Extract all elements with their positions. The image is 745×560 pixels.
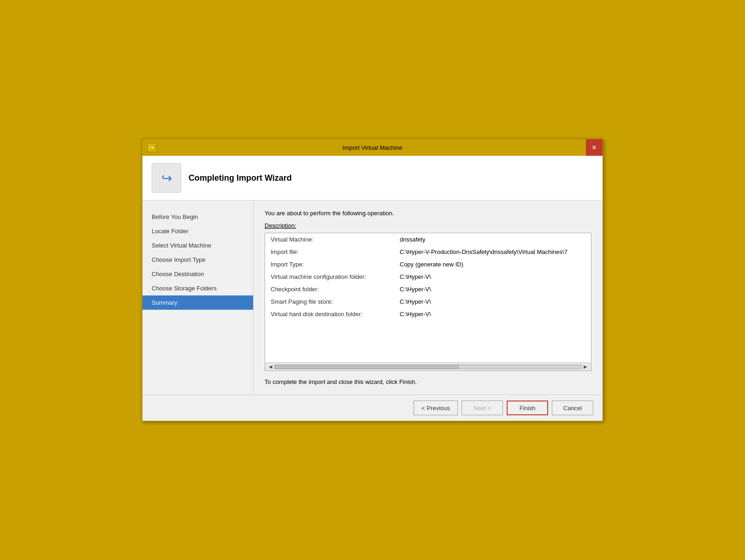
scroll-right-arrow[interactable]: ▶ (584, 364, 587, 369)
table-row: Import Type: Copy (generate new ID) (265, 258, 591, 271)
row-label: Smart Paging file store: (265, 295, 394, 308)
row-value: dnssafety (394, 233, 591, 246)
sidebar-item-summary[interactable]: Summary (142, 295, 253, 310)
row-value: C:\Hyper-V-Production-DnsSafety\dnssafet… (394, 246, 591, 258)
finish-button[interactable]: Finish (507, 401, 548, 415)
sidebar-item-select-vm[interactable]: Select Virtual Machine (142, 238, 253, 253)
previous-button[interactable]: < Previous (414, 401, 458, 415)
close-button[interactable]: ✕ (586, 139, 603, 156)
scroll-track[interactable] (274, 365, 582, 369)
window-title: Import Virtual Machine (343, 144, 402, 151)
title-bar-icon: ↪ (147, 143, 156, 152)
cancel-button[interactable]: Cancel (552, 401, 593, 415)
main-content-area: You are about to perform the following o… (253, 200, 603, 395)
summary-table: Virtual Machine: dnssafety Import file: … (265, 233, 591, 320)
content-area: Before You Begin Locate Folder Select Vi… (142, 200, 603, 395)
row-label: Virtual hard disk destination folder: (265, 308, 394, 320)
horizontal-scrollbar[interactable]: ◀ ▶ (265, 362, 591, 371)
table-row: Virtual Machine: dnssafety (265, 233, 591, 246)
summary-table-container: Virtual Machine: dnssafety Import file: … (265, 233, 591, 371)
row-value: C:\Hyper-V\ (394, 271, 591, 283)
scroll-thumb[interactable] (275, 365, 459, 369)
summary-table-scroll[interactable]: Virtual Machine: dnssafety Import file: … (265, 233, 591, 362)
finish-instruction-text: To complete the import and close this wi… (265, 378, 591, 385)
row-value: C:\Hyper-V\ (394, 295, 591, 308)
wizard-icon: ↪ (152, 163, 181, 193)
main-window: ↪ Import Virtual Machine ✕ ↪ Completing … (142, 139, 603, 421)
intro-text: You are about to perform the following o… (265, 210, 591, 217)
header-section: ↪ Completing Import Wizard (142, 156, 603, 200)
table-row: Virtual hard disk destination folder: C:… (265, 308, 591, 320)
scroll-left-arrow[interactable]: ◀ (269, 364, 272, 369)
sidebar: Before You Begin Locate Folder Select Vi… (142, 200, 253, 395)
row-label: Import file: (265, 246, 394, 258)
row-label: Virtual Machine: (265, 233, 394, 246)
row-value: C:\Hyper-V\ (394, 283, 591, 295)
description-label: Description: (265, 222, 591, 229)
sidebar-item-before-you-begin[interactable]: Before You Begin (142, 210, 253, 224)
sidebar-item-choose-storage[interactable]: Choose Storage Folders (142, 281, 253, 295)
table-row: Import file: C:\Hyper-V-Production-DnsSa… (265, 246, 591, 258)
row-value: C:\Hyper-V\ (394, 308, 591, 320)
row-label: Checkpoint folder: (265, 283, 394, 295)
row-label: Import Type: (265, 258, 394, 271)
title-bar: ↪ Import Virtual Machine ✕ (142, 139, 603, 156)
row-label: Virtual machine configuration folder: (265, 271, 394, 283)
table-row: Smart Paging file store: C:\Hyper-V\ (265, 295, 591, 308)
sidebar-item-choose-import-type[interactable]: Choose Import Type (142, 253, 253, 267)
next-button: Next > (461, 401, 503, 415)
wizard-title: Completing Import Wizard (189, 173, 292, 183)
sidebar-item-locate-folder[interactable]: Locate Folder (142, 224, 253, 238)
table-row: Virtual machine configuration folder: C:… (265, 271, 591, 283)
table-row: Checkpoint folder: C:\Hyper-V\ (265, 283, 591, 295)
sidebar-item-choose-destination[interactable]: Choose Destination (142, 267, 253, 281)
row-value: Copy (generate new ID) (394, 258, 591, 271)
footer: < Previous Next > Finish Cancel (142, 395, 603, 421)
